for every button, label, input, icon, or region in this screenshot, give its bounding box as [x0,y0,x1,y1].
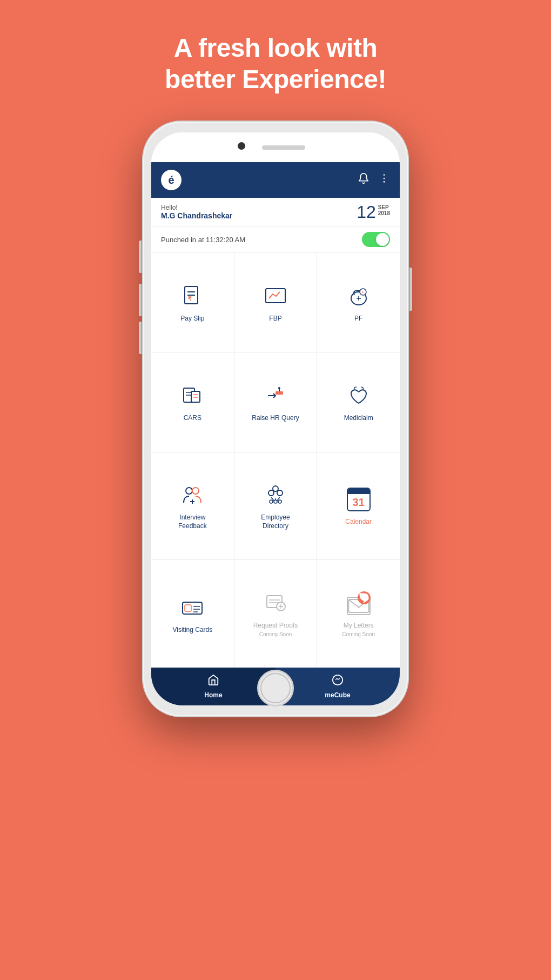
grid-item-visiting-cards[interactable]: Visiting Cards [151,560,234,668]
phone-speaker [262,145,305,150]
home-button[interactable] [257,670,294,706]
svg-point-29 [277,490,283,496]
cars-label: CARS [184,414,201,423]
interview-feedback-icon [178,481,206,509]
nav-home-label: Home [204,691,222,699]
svg-point-0 [384,174,385,176]
date-month-year: SEP 2018 [378,203,390,216]
grid-item-raise-hr-query[interactable]: Raise HR Query [234,352,317,451]
svg-text:₹: ₹ [188,296,192,302]
grid-item-pay-slip[interactable]: ₹ Pay Slip [151,253,234,352]
headline-line2: better Experience! [165,65,386,94]
phone-camera [238,142,245,150]
grid-item-pf[interactable]: + PF [317,253,400,352]
user-info-bar: Hello! M.G Chandrashekar 12 SEP 2018 [151,198,400,226]
svg-rect-21 [276,391,283,395]
pf-icon: + [345,282,373,310]
fbp-icon [261,282,290,310]
punch-bar: Punched in at 11:32:20 AM [151,226,400,253]
visiting-cards-label: Visiting Cards [172,626,212,635]
more-icon[interactable] [378,172,390,188]
request-proofs-icon [261,589,290,617]
mecube-icon [332,674,344,689]
headline: A fresh look with better Experience! [165,32,386,95]
grid-item-employee-directory[interactable]: EmployeeDirectory [234,452,317,560]
svg-rect-37 [183,602,202,614]
app-header: é [151,162,400,198]
svg-text:+: + [361,290,364,295]
svg-point-35 [278,500,281,503]
app-logo: é [161,170,182,190]
pay-slip-icon: ₹ [178,282,206,310]
calendar-icon: 31 [345,485,373,514]
employee-directory-icon [261,481,290,509]
svg-point-24 [186,488,192,494]
interview-feedback-label: InterviewFeedback [178,514,207,530]
grid-item-interview-feedback[interactable]: InterviewFeedback [151,452,234,560]
headline-line1: A fresh look with [174,34,377,62]
raise-hr-query-label: Raise HR Query [252,414,299,423]
svg-point-30 [273,486,278,491]
date-display: 12 SEP 2018 [357,203,390,221]
header-actions [358,172,390,188]
user-name: M.G Chandrashekar [161,211,232,220]
phone-mockup: é [143,122,408,716]
nav-mecube-label: meCube [325,691,350,699]
punch-toggle[interactable] [362,232,390,247]
nav-mecube[interactable]: meCube [276,668,400,705]
home-button-ring [260,673,291,703]
svg-point-2 [384,181,385,183]
my-letters-icon [345,589,373,617]
mediclaim-icon [345,382,373,410]
user-greeting: Hello! M.G Chandrashekar [161,204,232,220]
svg-point-49 [333,675,342,685]
app-screen: é [151,162,400,705]
punch-text: Punched in at 11:32:20 AM [161,236,245,244]
hello-text: Hello! [161,204,232,211]
calendar-label: Calendar [345,518,372,526]
pay-slip-label: Pay Slip [180,315,204,323]
menu-grid: ₹ Pay Slip FBP [151,253,400,668]
svg-point-34 [270,500,273,503]
svg-point-23 [278,387,280,389]
cars-icon [178,382,206,410]
grid-item-request-proofs: Request ProofsComing Soon [234,560,317,668]
request-proofs-label: Request ProofsComing Soon [253,622,298,638]
phone-notch [151,132,400,162]
svg-point-28 [268,490,274,496]
home-icon [207,674,219,689]
svg-rect-18 [191,391,200,402]
fbp-label: FBP [269,315,281,323]
grid-item-my-letters: My LettersComing Soon [317,560,400,668]
visiting-cards-icon [178,594,206,622]
pf-label: PF [354,315,362,323]
svg-rect-38 [185,605,191,611]
grid-item-cars[interactable]: CARS [151,352,234,451]
svg-point-25 [192,488,199,494]
phone-screen: é [151,132,400,705]
grid-item-calendar[interactable]: 31 Calendar [317,452,400,560]
my-letters-label: My LettersComing Soon [342,622,375,638]
grid-item-fbp[interactable]: FBP [234,253,317,352]
date-number: 12 [357,203,376,221]
svg-point-1 [384,178,385,179]
raise-hr-query-icon [261,382,290,410]
bell-icon[interactable] [358,172,369,188]
mediclaim-label: Mediclaim [344,414,373,423]
grid-item-mediclaim[interactable]: Mediclaim [317,352,400,451]
employee-directory-label: EmployeeDirectory [261,514,290,530]
